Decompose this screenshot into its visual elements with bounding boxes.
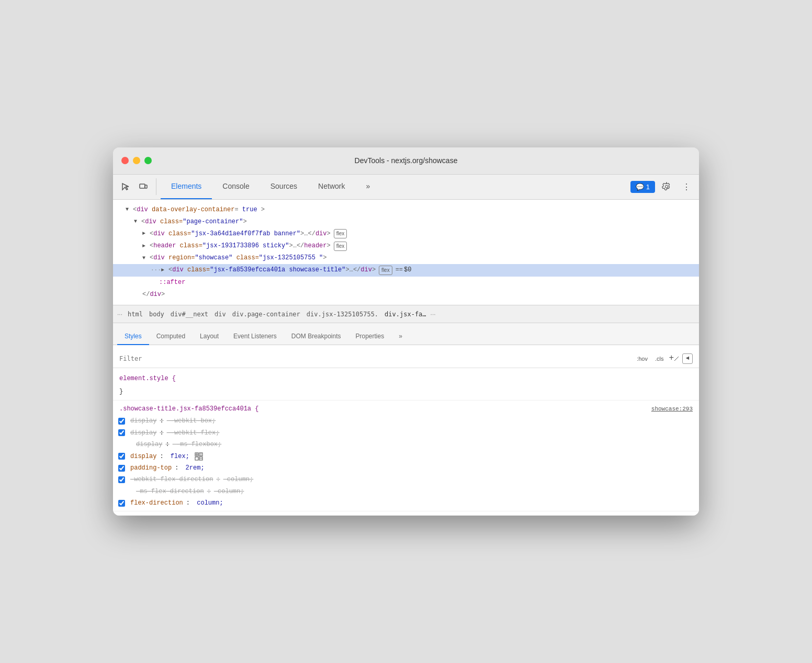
css-prop-checkbox[interactable]	[118, 476, 125, 483]
flex-badge[interactable]: flex	[379, 266, 392, 275]
svg-rect-0	[140, 184, 145, 188]
toolbar-right: 💬 1 ⋮	[630, 178, 695, 195]
more-options-button[interactable]: ⋮	[678, 178, 695, 195]
tab-styles[interactable]: Styles	[117, 328, 149, 345]
comments-button[interactable]: 💬 1	[630, 181, 655, 193]
tab-more-styles[interactable]: »	[391, 328, 410, 345]
triangle-icon[interactable]: ▼	[142, 254, 150, 262]
tab-network[interactable]: Network	[308, 175, 355, 199]
css-source[interactable]: showcase:293	[651, 404, 693, 414]
filter-buttons: :hov .cls + ◄	[635, 351, 693, 365]
main-toolbar: Elements Console Sources Network » 💬 1	[113, 175, 699, 200]
dom-line: ► <div class="jsx-3a64d1ae4f0f7fab banne…	[113, 228, 699, 240]
badge-count: 1	[646, 183, 650, 191]
breadcrumb-end-ellipsis: ···	[431, 311, 436, 318]
css-close-brace-line: }	[113, 385, 699, 398]
triangle-icon[interactable]: ►	[142, 230, 150, 238]
tab-event-listeners[interactable]: Event Listeners	[226, 328, 284, 345]
devtools-window: DevTools - nextjs.org/showcase Elements	[113, 147, 699, 516]
dom-tree: ▼ <div data-overlay-container= true > ▼ …	[113, 200, 699, 306]
css-selector: element.style {	[119, 373, 176, 384]
filter-bar: :hov .cls + ◄	[113, 349, 699, 368]
dom-line-selected[interactable]: ··· ► <div class="jsx-fa8539efcca401a sh…	[113, 264, 699, 276]
svg-rect-4	[195, 457, 198, 460]
css-prop-line: display : -webkit-box;	[113, 415, 699, 427]
tab-computed[interactable]: Computed	[149, 328, 193, 345]
breadcrumb-jsx-fa[interactable]: div.jsx-fa…	[382, 310, 428, 319]
inspector-button[interactable]	[117, 178, 134, 195]
dom-line: ▼ <div class="page-container" >	[113, 216, 699, 228]
css-prop-checkbox[interactable]	[118, 453, 125, 460]
maximize-button[interactable]	[144, 157, 152, 164]
flex-badge[interactable]: flex	[334, 229, 347, 238]
chat-icon: 💬	[636, 183, 644, 191]
css-rule-showcase: .showcase-title.jsx-fa8539efcca401a { sh…	[113, 401, 699, 512]
breadcrumb-ellipsis: ···	[117, 311, 122, 318]
tab-properties[interactable]: Properties	[348, 328, 392, 345]
css-prop-line: -webkit-flex-direction : column;	[113, 474, 699, 485]
breadcrumb-html[interactable]: html	[126, 310, 145, 319]
css-selector-line: element.style {	[113, 372, 699, 385]
css-selector-line-2: .showcase-title.jsx-fa8539efcca401a { sh…	[113, 403, 699, 415]
sidebar-panel-button[interactable]: ◄	[682, 353, 693, 364]
window-title: DevTools - nextjs.org/showcase	[355, 156, 458, 165]
breadcrumb-next[interactable]: div#__next	[168, 310, 210, 319]
device-toggle-button[interactable]	[135, 178, 152, 195]
close-button[interactable]	[121, 157, 129, 164]
settings-button[interactable]	[658, 178, 675, 195]
hov-button[interactable]: :hov	[635, 355, 650, 363]
css-prop-line: display : -ms-flexbox;	[113, 439, 699, 450]
tab-console[interactable]: Console	[212, 175, 260, 199]
css-prop-checkbox[interactable]	[118, 429, 125, 436]
flex-badge[interactable]: flex	[334, 242, 347, 251]
css-prop-line-display-flex: display : flex;	[113, 451, 699, 462]
css-prop-line: display : -webkit-flex;	[113, 427, 699, 439]
css-prop-checkbox[interactable]	[118, 500, 125, 507]
grid-icon	[195, 452, 203, 461]
tab-layout[interactable]: Layout	[193, 328, 226, 345]
traffic-lights	[121, 157, 152, 164]
css-prop-line-flex-direction: flex-direction : column;	[113, 497, 699, 509]
svg-rect-1	[145, 185, 147, 188]
css-close-brace: }	[119, 386, 123, 397]
tab-list: Elements Console Sources Network »	[161, 175, 628, 199]
title-bar: DevTools - nextjs.org/showcase	[113, 147, 699, 175]
css-prop-checkbox[interactable]	[118, 418, 125, 425]
triangle-icon[interactable]: ►	[142, 242, 150, 250]
css-prop-line-padding: padding-top : 2rem;	[113, 462, 699, 474]
breadcrumb-page-container[interactable]: div.page-container	[230, 310, 302, 319]
triangle-icon[interactable]: ►	[161, 266, 168, 275]
tab-elements[interactable]: Elements	[161, 175, 212, 199]
dom-ellipsis: ···	[151, 266, 161, 275]
styles-tabs: Styles Computed Layout Event Listeners D…	[113, 323, 699, 345]
filter-input[interactable]	[119, 355, 630, 362]
add-rule-button[interactable]: +	[669, 351, 679, 365]
tab-dom-breakpoints[interactable]: DOM Breakpoints	[284, 328, 348, 345]
css-prop-checkbox[interactable]	[118, 465, 125, 472]
styles-content: :hov .cls + ◄ element.style { } .showcas…	[113, 345, 699, 516]
dom-line: ► <header class="jsx-1931733896 sticky" …	[113, 240, 699, 252]
css-prop-line: -ms-flex-direction : column;	[113, 486, 699, 497]
inspector-tools	[117, 178, 156, 195]
tab-sources[interactable]: Sources	[260, 175, 308, 199]
minimize-button[interactable]	[133, 157, 140, 164]
cls-button[interactable]: .cls	[653, 355, 666, 363]
breadcrumb-div[interactable]: div	[212, 310, 228, 319]
tab-more[interactable]: »	[355, 175, 380, 199]
css-rule-element-style: element.style { }	[113, 370, 699, 401]
dom-line: ::after	[113, 277, 699, 289]
dom-line: </div>	[113, 289, 699, 301]
breadcrumb-body[interactable]: body	[147, 310, 166, 319]
triangle-icon[interactable]: ▼	[134, 218, 141, 226]
breadcrumb-jsx-1325[interactable]: div.jsx-1325105755.	[304, 310, 380, 319]
breadcrumb-bar: ··· html body div#__next div div.page-co…	[113, 305, 699, 323]
triangle-icon[interactable]: ▼	[126, 205, 133, 214]
dom-line: ▼ <div data-overlay-container= true >	[113, 204, 699, 216]
css-selector-2: .showcase-title.jsx-fa8539efcca401a {	[119, 404, 258, 414]
dom-line: ▼ <div region="showcase" class="jsx-1325…	[113, 252, 699, 264]
